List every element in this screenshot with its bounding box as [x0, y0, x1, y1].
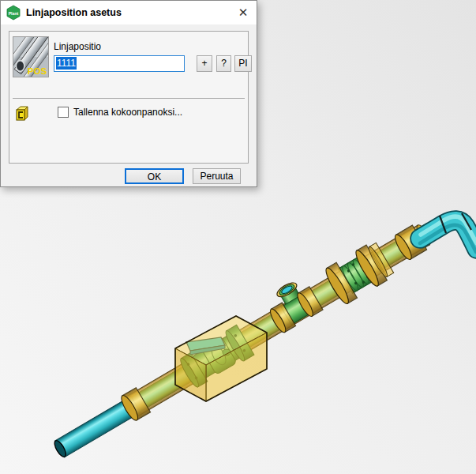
- linjaposition-dialog: Plant Linjaposition asetus ✕ POS Linjapo…: [0, 0, 257, 187]
- cancel-button[interactable]: Peruuta: [193, 168, 241, 184]
- valve-bounding-box[interactable]: [175, 316, 267, 401]
- field-label: Linjapositio: [54, 41, 101, 52]
- pipe-elbow[interactable]: [420, 213, 476, 252]
- add-button[interactable]: +: [197, 55, 212, 72]
- close-icon[interactable]: ✕: [234, 5, 252, 21]
- position-groupbox: POS Linjapositio 1111 + ? PI Tallenna ko…: [9, 31, 249, 164]
- separator: [13, 98, 245, 99]
- input-selected-text: 1111: [56, 57, 77, 70]
- pi-button[interactable]: PI: [234, 55, 252, 72]
- ok-button[interactable]: OK: [125, 168, 184, 184]
- application-window: Plant Linjaposition asetus ✕ POS Linjapo…: [0, 0, 476, 474]
- help-button[interactable]: ?: [216, 55, 231, 72]
- svg-text:POS: POS: [28, 66, 47, 76]
- pos-icon: POS: [13, 36, 49, 77]
- assembly-cube-icon: [14, 106, 29, 121]
- checkbox-label: Tallenna kokoonpanoksi...: [73, 107, 182, 118]
- save-as-assembly-checkbox[interactable]: [58, 107, 69, 118]
- line-position-input[interactable]: 1111: [54, 55, 185, 72]
- svg-text:Plant: Plant: [9, 11, 19, 16]
- dialog-titlebar[interactable]: Plant Linjaposition asetus ✕: [1, 1, 257, 24]
- plant-app-icon: Plant: [6, 5, 21, 21]
- dialog-title: Linjaposition asetus: [26, 1, 122, 24]
